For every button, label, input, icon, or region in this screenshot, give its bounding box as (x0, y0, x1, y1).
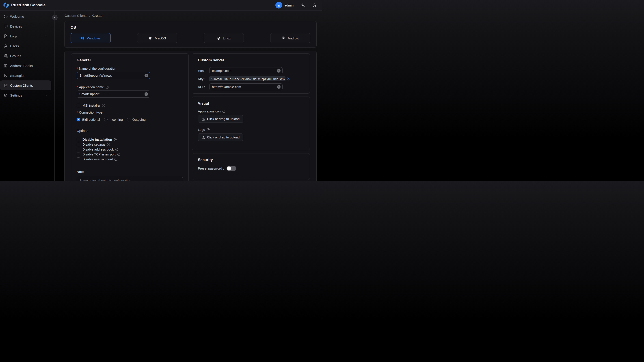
os-option-windows[interactable]: Windows (70, 33, 111, 43)
clear-icon[interactable]: × (277, 85, 280, 89)
host-label: Host : (198, 69, 209, 72)
sidebar-item-logs[interactable]: Logs (0, 31, 51, 41)
logo-label: Logo (198, 128, 304, 132)
option-disable-settings: Disable settings (77, 142, 183, 147)
breadcrumb-section[interactable]: Custom Clients (64, 14, 88, 18)
custom-server-title: Custom server (198, 58, 304, 62)
msi-installer-checkbox[interactable] (77, 104, 80, 107)
host-row: Host : × (198, 67, 304, 74)
connection-type-options: Bidirectional Incoming Outgoing (77, 118, 183, 122)
api-input[interactable] (209, 83, 282, 90)
api-field: × (209, 83, 282, 90)
security-card: Security Preset password : (192, 153, 310, 180)
windows-logo-icon (81, 36, 85, 40)
upload-icon (202, 118, 205, 121)
sidebar-item-label: Strategies (10, 74, 25, 78)
custom-server-card: Custom server Host : × Key : 5Qbwsde3unU… (192, 53, 310, 94)
visual-card: Visual Application icon Click or drag to… (192, 96, 310, 150)
disable-address-book-checkbox[interactable] (77, 148, 80, 151)
os-option-macos[interactable]: MacOS (137, 33, 177, 43)
os-option-android[interactable]: Android (270, 33, 310, 43)
sidebar-item-settings[interactable]: Settings (0, 90, 51, 100)
radio-incoming[interactable]: Incoming (104, 118, 123, 122)
sidebar-item-label: Logs (10, 34, 18, 38)
help-circle-icon[interactable] (115, 148, 118, 151)
sidebar: Welcome Devices Logs Users Groups Addres… (0, 11, 55, 181)
logo-upload-button[interactable]: Click or drag to upload (198, 134, 243, 141)
disable-tcp-listen-port-checkbox[interactable] (77, 152, 80, 156)
right-column: Custom server Host : × Key : 5Qbwsde3unU… (192, 53, 310, 180)
option-label: Disable installation (82, 138, 117, 141)
note-label: Note (77, 170, 183, 174)
sidebar-item-custom-clients[interactable]: Custom Clients (0, 80, 51, 90)
option-disable-tcp-listen-port: Disable TCP listen port (77, 152, 183, 156)
host-input[interactable] (209, 67, 282, 74)
radio-icon[interactable] (127, 118, 130, 122)
translate-icon[interactable] (301, 3, 305, 7)
radio-outgoing[interactable]: Outgoing (127, 118, 146, 122)
sidebar-collapse-button[interactable] (52, 15, 58, 20)
users-icon (4, 54, 8, 58)
copy-icon[interactable] (286, 78, 290, 80)
linux-penguin-icon (217, 36, 221, 40)
strategy-document-icon (4, 74, 8, 78)
edit-square-icon (4, 84, 8, 87)
username[interactable]: admin (284, 3, 294, 7)
os-option-label: Windows (87, 36, 100, 40)
option-label: Disable address book (82, 148, 118, 151)
general-title: General (77, 58, 183, 62)
disable-installation-checkbox[interactable] (77, 138, 80, 141)
connection-type-label: * Connection type (77, 111, 183, 114)
name-config-input[interactable] (77, 72, 150, 79)
help-circle-icon[interactable] (114, 158, 118, 161)
sidebar-item-address-books[interactable]: Address Books (0, 61, 51, 70)
required-asterisk: * (77, 111, 78, 114)
help-circle-icon[interactable] (107, 143, 110, 146)
sidebar-item-users[interactable]: Users (0, 41, 51, 51)
general-card: General * Name of the configuration × * … (71, 53, 189, 181)
note-textarea[interactable] (77, 177, 183, 181)
clear-icon[interactable]: × (144, 92, 148, 96)
disable-settings-checkbox[interactable] (77, 143, 80, 146)
sidebar-item-groups[interactable]: Groups (0, 51, 51, 61)
chevron-down-icon (44, 94, 48, 97)
help-circle-icon[interactable] (206, 128, 210, 131)
key-label: Key : (198, 77, 209, 81)
preset-password-toggle[interactable] (226, 166, 236, 171)
help-circle-icon[interactable] (102, 104, 105, 107)
sidebar-item-label: Users (10, 44, 19, 48)
radio-icon[interactable] (104, 118, 108, 122)
os-option-linux[interactable]: Linux (204, 33, 244, 43)
user-icon (4, 44, 8, 48)
dark-mode-moon-icon[interactable] (312, 3, 316, 8)
option-label: Disable TCP listen port (82, 152, 120, 156)
host-field: × (209, 67, 282, 74)
msi-installer-row: MSI installer (77, 103, 183, 108)
file-text-icon (4, 34, 8, 38)
os-option-label: Linux (223, 36, 231, 40)
msi-installer-label: MSI installer (82, 104, 105, 107)
help-circle-icon[interactable] (114, 138, 117, 141)
avatar[interactable]: a (276, 2, 282, 8)
disable-user-account-checkbox[interactable] (77, 158, 80, 161)
breadcrumb: Custom Clients / Create (64, 14, 316, 18)
clear-icon[interactable]: × (144, 74, 148, 77)
radio-icon[interactable] (77, 118, 80, 122)
help-circle-icon[interactable] (117, 153, 120, 156)
radio-bidirectional[interactable]: Bidirectional (77, 118, 100, 122)
main-content: Custom Clients / Create OS Windows (55, 11, 322, 181)
name-config-label: * Name of the configuration (77, 67, 183, 70)
sidebar-item-welcome[interactable]: Welcome (0, 12, 51, 21)
android-robot-icon (282, 36, 286, 40)
sidebar-item-strategies[interactable]: Strategies (0, 70, 51, 80)
upload-icon (202, 136, 205, 139)
help-circle-icon[interactable] (106, 86, 109, 89)
help-circle-icon[interactable] (222, 110, 226, 113)
app-icon-upload-button[interactable]: Click or drag to upload (198, 115, 243, 123)
option-disable-user-account: Disable user account (77, 157, 183, 162)
upload-button-label: Click or drag to upload (207, 117, 240, 121)
options-title: Options (77, 129, 183, 132)
sidebar-item-devices[interactable]: Devices (0, 21, 51, 31)
clear-icon[interactable]: × (277, 69, 280, 72)
application-name-input[interactable] (77, 90, 150, 98)
